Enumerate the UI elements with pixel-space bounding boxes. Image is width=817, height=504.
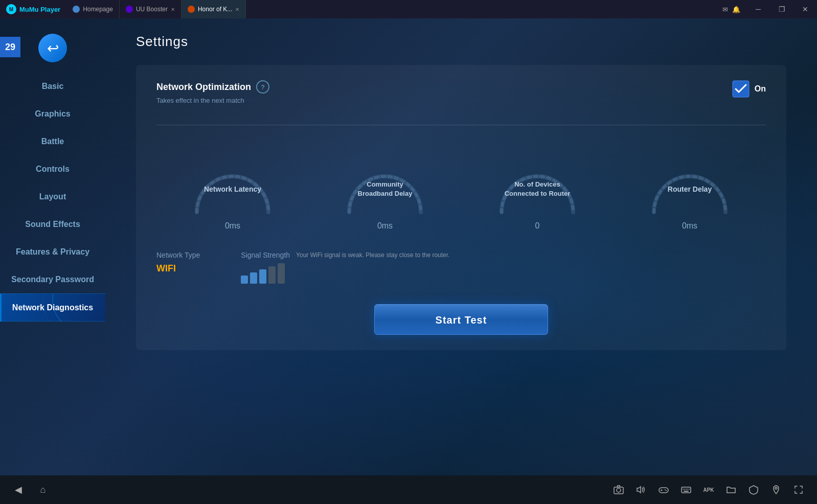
sidebar-item-sound-label: Sound Effects	[25, 220, 80, 228]
taskbar-home-icon[interactable]: ⌂	[35, 482, 51, 498]
gauge-router-delay: Router Delay 0ms	[644, 141, 736, 231]
sidebar-item-network-label: Network Diagnostics	[12, 303, 93, 312]
taskbar: ◀ ⌂	[0, 475, 817, 504]
sidebar-item-layout-label: Layout	[39, 192, 66, 201]
sidebar-item-network-diagnostics[interactable]: Network Diagnostics	[0, 293, 105, 322]
network-opt-title: Network Optimization	[156, 82, 251, 93]
svg-point-11	[666, 490, 667, 491]
taskbar-volume-icon[interactable]	[633, 482, 649, 498]
app-name: MuMu Player	[19, 6, 60, 13]
sidebar-item-secondary-password[interactable]: Secondary Password	[0, 266, 105, 293]
sidebar-item-features-privacy[interactable]: Features & Privacy	[0, 238, 105, 266]
tab-bar: Homepage UU Booster ✕ Honor of K... ✕	[66, 0, 716, 18]
taskbar-camera-icon[interactable]	[610, 482, 627, 498]
email-icon[interactable]: ✉	[722, 6, 728, 13]
tab-game[interactable]: Honor of K... ✕	[181, 0, 246, 18]
svg-text:Community: Community	[367, 180, 403, 188]
sidebar-item-layout[interactable]: Layout	[0, 183, 105, 211]
minimize-button[interactable]: ─	[746, 0, 770, 18]
gauge-devices-value: 0	[535, 221, 540, 231]
app-icon: M	[6, 4, 16, 14]
gauge-devices: No. of Devices Connected to Router 0	[491, 141, 583, 231]
signal-bar-3	[259, 269, 266, 284]
svg-text:Connected to Router: Connected to Router	[505, 190, 571, 197]
titlebar-right-icons: ✉ 🔔	[716, 6, 746, 13]
date-badge: 29	[0, 37, 20, 57]
svg-text:Broadband Delay: Broadband Delay	[358, 190, 413, 197]
signal-bar-2	[250, 272, 257, 284]
sidebar-item-sound-effects[interactable]: Sound Effects	[0, 211, 105, 238]
tab-homepage-label: Homepage	[83, 6, 113, 13]
sidebar-item-graphics[interactable]: Graphics	[0, 100, 105, 128]
taskbar-expand-icon[interactable]	[790, 482, 807, 498]
sidebar-item-controls-label: Controls	[36, 165, 70, 173]
main-content: Settings Network Optimization ? Takes ef…	[105, 18, 817, 475]
divider	[156, 125, 766, 125]
toggle-label: On	[755, 84, 766, 94]
titlebar: M MuMu Player Homepage UU Booster ✕ Hono…	[0, 0, 817, 18]
help-icon[interactable]: ?	[256, 80, 269, 94]
sidebar-item-secondary-label: Secondary Password	[11, 275, 94, 284]
gauge-broadband-value: 0ms	[377, 221, 393, 231]
titlebar-controls: ─ ❐ ✕	[746, 0, 817, 18]
sidebar-item-graphics-label: Graphics	[35, 109, 70, 118]
tab-game-icon	[188, 6, 195, 13]
network-type-section: Network Type WIFI	[156, 251, 200, 274]
gauge-network-latency: Network Latency 0ms	[187, 141, 279, 231]
taskbar-keyboard-icon[interactable]	[678, 482, 694, 498]
network-info-row: Network Type WIFI Signal Strength Your W…	[156, 251, 766, 284]
signal-label: Signal Strength Your WiFi signal is weak…	[241, 251, 449, 259]
svg-rect-9	[659, 488, 668, 493]
network-opt-toggle[interactable]	[732, 80, 750, 98]
tab-uu-icon	[126, 6, 133, 13]
tab-uu-label: UU Booster	[136, 6, 168, 13]
signal-bar-5	[278, 263, 285, 284]
svg-point-10	[665, 489, 666, 490]
signal-bar-4	[268, 266, 276, 284]
svg-text:Router Delay: Router Delay	[668, 185, 712, 193]
gauge-latency-value: 0ms	[225, 221, 240, 231]
network-type-value: WIFI	[156, 263, 200, 274]
taskbar-right: APK	[610, 482, 807, 498]
close-button[interactable]: ✕	[793, 0, 817, 18]
svg-text:Network Latency: Network Latency	[204, 185, 261, 193]
taskbar-left: ◀ ⌂	[10, 482, 51, 498]
taskbar-apk-icon[interactable]: APK	[700, 482, 717, 498]
restore-button[interactable]: ❐	[770, 0, 793, 18]
taskbar-folder-icon[interactable]	[723, 482, 739, 498]
signal-section: Signal Strength Your WiFi signal is weak…	[241, 251, 449, 284]
sidebar-item-controls[interactable]: Controls	[0, 155, 105, 183]
network-type-label: Network Type	[156, 251, 200, 259]
tab-game-label: Honor of K...	[198, 6, 232, 13]
back-button[interactable]: ↩	[38, 34, 67, 62]
sidebar: ↩ Basic Graphics Battle Controls Layout …	[0, 18, 105, 475]
sidebar-item-battle-label: Battle	[41, 137, 64, 146]
settings-section: Network Optimization ? Takes effect in t…	[136, 65, 786, 350]
sidebar-item-basic-label: Basic	[42, 82, 64, 90]
tab-home-icon	[73, 6, 80, 13]
tab-game-close[interactable]: ✕	[235, 7, 239, 12]
sidebar-item-basic[interactable]: Basic	[0, 73, 105, 100]
svg-text:No. of Devices: No. of Devices	[514, 180, 560, 188]
sidebar-item-features-label: Features & Privacy	[16, 247, 89, 256]
tab-uu-close[interactable]: ✕	[171, 7, 175, 12]
gauge-broadband-delay: Community Broadband Delay 0ms	[339, 141, 431, 231]
signal-bar-1	[241, 276, 248, 284]
taskbar-gamepad-icon[interactable]	[655, 482, 672, 498]
signal-weak-message: Your WiFi signal is weak. Please stay cl…	[296, 251, 449, 259]
taskbar-back-icon[interactable]: ◀	[10, 482, 27, 498]
sidebar-item-battle[interactable]: Battle	[0, 128, 105, 155]
svg-rect-12	[682, 487, 691, 493]
start-test-button[interactable]: Start Test	[374, 304, 548, 335]
tab-uu-booster[interactable]: UU Booster ✕	[120, 0, 181, 18]
app-logo[interactable]: M MuMu Player	[0, 4, 66, 14]
svg-point-8	[617, 488, 621, 492]
svg-point-19	[775, 487, 777, 489]
signal-label-text: Signal Strength	[241, 251, 290, 259]
gauges-row: Network Latency 0ms Community Broadband …	[156, 141, 766, 231]
taskbar-location-icon[interactable]	[768, 482, 784, 498]
notification-icon[interactable]: 🔔	[732, 6, 740, 13]
tab-homepage[interactable]: Homepage	[66, 0, 120, 18]
network-opt-row: Network Optimization ?	[156, 80, 269, 94]
taskbar-shield-icon[interactable]	[745, 482, 762, 498]
